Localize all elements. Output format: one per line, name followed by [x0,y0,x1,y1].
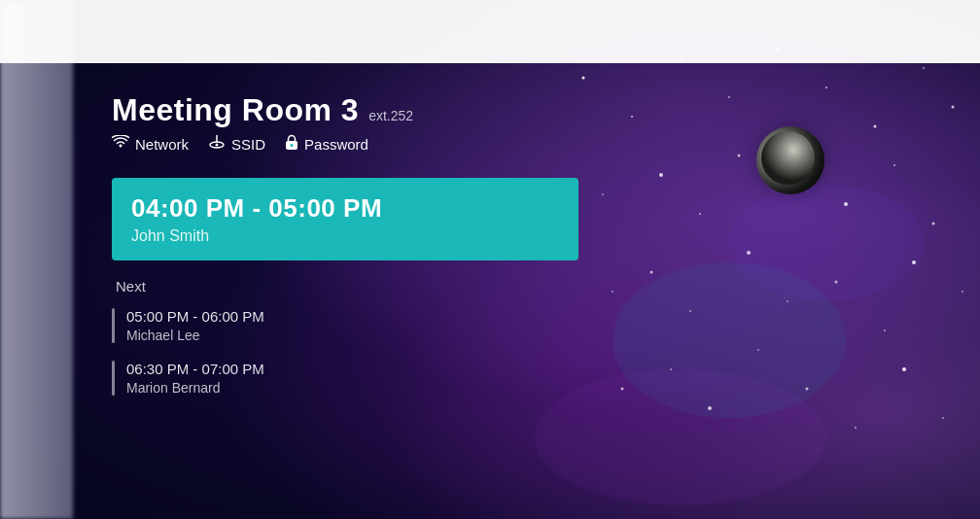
upcoming-bar [112,361,115,396]
list-item: 05:00 PM - 06:00 PM Michael Lee [112,304,941,347]
lock-icon [285,134,298,154]
upcoming-details: 05:00 PM - 06:00 PM Michael Lee [126,308,264,343]
upcoming-bar [112,308,115,343]
password-info: Password [285,134,368,154]
upcoming-details: 06:30 PM - 07:00 PM Marion Bernard [126,361,264,396]
network-label: Network [135,136,189,153]
next-label: Next [112,278,941,294]
upcoming-person-2: Marion Bernard [126,380,264,396]
ssid-info: SSID [208,135,265,153]
svg-point-39 [216,144,219,147]
current-booking-time: 04:00 PM - 05:00 PM [131,193,559,224]
svg-point-41 [291,144,294,147]
room-title-row: Meeting Room 3 ext.252 [112,92,941,128]
ssid-label: SSID [231,136,265,153]
ssid-icon [208,135,226,153]
room-title: Meeting Room 3 [112,92,359,128]
upcoming-list: 05:00 PM - 06:00 PM Michael Lee 06:30 PM… [112,304,941,399]
room-ext: ext.252 [368,108,413,123]
upcoming-time-2: 06:30 PM - 07:00 PM [126,361,264,377]
upcoming-person-1: Michael Lee [126,328,264,343]
current-booking-person: John Smith [131,227,559,245]
current-booking: 04:00 PM - 05:00 PM John Smith [112,178,578,260]
wifi-info: Network [112,135,189,153]
room-header: Meeting Room 3 ext.252 Network [112,92,941,154]
room-info-row: Network SSID [112,134,941,154]
top-bar [0,0,980,63]
password-label: Password [304,136,368,153]
list-item: 06:30 PM - 07:00 PM Marion Bernard [112,357,941,399]
left-panel-blur [0,0,73,519]
upcoming-time-1: 05:00 PM - 06:00 PM [126,308,264,325]
main-content: Meeting Room 3 ext.252 Network [73,63,980,519]
wifi-icon [112,135,129,153]
